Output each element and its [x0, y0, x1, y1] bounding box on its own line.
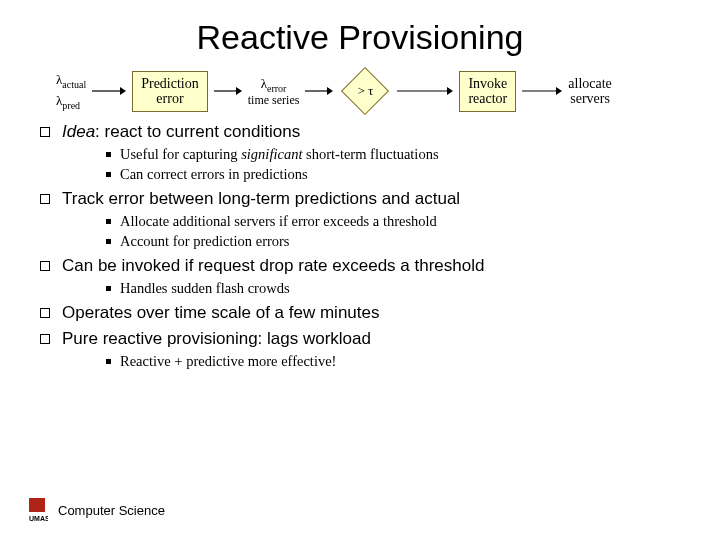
list-item: Account for prediction errors — [106, 233, 720, 250]
slide-title: Reactive Provisioning — [0, 18, 720, 57]
list-item: Allocate additional servers if error exc… — [106, 213, 720, 230]
umass-logo-icon: UMASS — [26, 496, 48, 524]
error-timeseries-label: λerror time series — [248, 76, 300, 107]
svg-text:UMASS: UMASS — [29, 515, 48, 522]
invoke-reactor-box: Invoke reactor — [459, 71, 516, 112]
box-text: reactor — [468, 91, 507, 106]
list-item: Operates over time scale of a few minute… — [40, 303, 720, 323]
arrow-icon — [214, 84, 242, 98]
footer-text: Computer Science — [58, 503, 165, 518]
list-item: Reactive + predictive more effective! — [106, 353, 720, 370]
list-item: Track error between long-term prediction… — [40, 189, 720, 250]
idea-prefix: Idea — [62, 122, 95, 141]
list-item: Handles sudden flash crowds — [106, 280, 720, 297]
list-item: Can correct errors in predictions — [106, 166, 720, 183]
box-text: Prediction — [141, 76, 199, 91]
list-item: Pure reactive provisioning: lags workloa… — [40, 329, 720, 370]
allocate-servers-label: allocate servers — [568, 76, 612, 107]
svg-marker-3 — [236, 87, 242, 95]
threshold-decision: > τ — [339, 71, 391, 111]
box-text: error — [156, 91, 183, 106]
footer: UMASS Computer Science — [26, 496, 165, 524]
prediction-error-box: Prediction error — [132, 71, 208, 112]
arrow-icon — [522, 84, 562, 98]
bullet-text: : react to current conditions — [95, 122, 300, 141]
lambda-pred: λpred — [56, 93, 86, 111]
lambda-actual: λactual — [56, 72, 86, 90]
bullet-list: Idea: react to current conditions Useful… — [0, 122, 720, 370]
svg-marker-1 — [120, 87, 126, 95]
arrow-icon — [305, 84, 333, 98]
diagram-inputs: λactual λpred — [56, 72, 86, 111]
list-item: Can be invoked if request drop rate exce… — [40, 256, 720, 297]
diamond-text: > τ — [357, 83, 373, 99]
svg-rect-10 — [29, 498, 45, 512]
arrow-icon — [92, 84, 126, 98]
svg-marker-7 — [447, 87, 453, 95]
svg-marker-9 — [556, 87, 562, 95]
list-item: Useful for capturing significant short-t… — [106, 146, 720, 163]
svg-marker-5 — [327, 87, 333, 95]
box-text: Invoke — [468, 76, 507, 91]
list-item: Idea: react to current conditions Useful… — [40, 122, 720, 183]
arrow-icon — [397, 84, 453, 98]
flow-diagram: λactual λpred Prediction error λerror ti… — [56, 71, 720, 112]
